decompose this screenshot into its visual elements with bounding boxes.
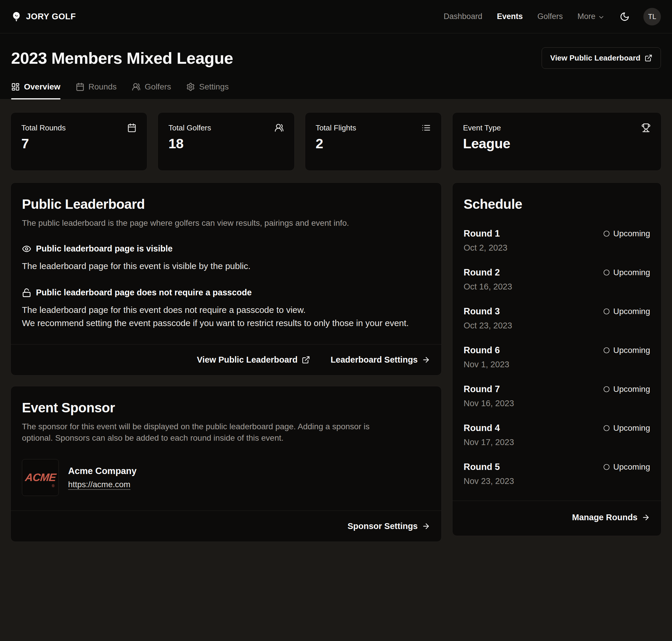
manage-rounds-link[interactable]: Manage Rounds	[572, 513, 650, 522]
round-name: Round 1	[464, 228, 507, 239]
sponsor-logo: ACME ®	[22, 459, 59, 496]
round-info: Round 3 Oct 23, 2023	[464, 306, 512, 330]
round-item: Round 5 Nov 23, 2023 Upcoming	[464, 462, 650, 486]
tab-rounds[interactable]: Rounds	[76, 82, 117, 99]
view-public-leaderboard-link-label: View Public Leaderboard	[197, 355, 297, 365]
round-status-label: Upcoming	[613, 462, 650, 472]
round-item: Round 2 Oct 16, 2023 Upcoming	[464, 267, 650, 291]
tab-settings-label: Settings	[199, 82, 228, 92]
round-status: Upcoming	[603, 346, 650, 355]
view-public-leaderboard-button[interactable]: View Public Leaderboard	[542, 47, 661, 69]
users-icon	[275, 123, 284, 133]
brand[interactable]: JORY GOLF	[11, 11, 76, 22]
round-date: Nov 1, 2023	[464, 360, 509, 369]
round-status: Upcoming	[603, 423, 650, 433]
round-status-label: Upcoming	[613, 384, 650, 394]
round-item: Round 6 Nov 1, 2023 Upcoming	[464, 345, 650, 369]
round-item: Round 4 Nov 17, 2023 Upcoming	[464, 423, 650, 447]
leaderboard-settings-link[interactable]: Leaderboard Settings	[331, 355, 430, 365]
round-name: Round 5	[464, 462, 514, 472]
round-name: Round 7	[464, 384, 514, 395]
header-zone: JORY GOLF Dashboard Events Golfers More …	[0, 0, 672, 99]
round-name: Round 6	[464, 345, 509, 356]
arrow-right-icon	[422, 522, 430, 530]
round-item: Round 7 Nov 16, 2023 Upcoming	[464, 384, 650, 408]
round-status-label: Upcoming	[613, 423, 650, 433]
eye-icon	[22, 244, 31, 254]
panel-subtitle: The public leaderboard is the page where…	[22, 217, 384, 229]
tab-golfers-label: Golfers	[145, 82, 171, 92]
sponsor-logo-reg-mark: ®	[52, 484, 54, 488]
stats-row: Total Rounds 7 Total Golfers 18	[11, 112, 442, 171]
round-date: Nov 16, 2023	[464, 399, 514, 408]
stat-label: Event Type	[463, 123, 501, 133]
stat-card-event-type: Event Type League	[452, 112, 661, 171]
public-leaderboard-panel: Public Leaderboard The public leaderboar…	[11, 182, 442, 376]
circle-status-icon	[603, 308, 610, 315]
nav-item-more-label: More	[577, 12, 596, 21]
stat-label: Total Golfers	[168, 123, 211, 133]
view-public-leaderboard-button-label: View Public Leaderboard	[550, 54, 641, 63]
sponsor-url-link[interactable]: https://acme.com	[68, 480, 130, 489]
tab-overview-label: Overview	[24, 82, 60, 92]
tab-settings[interactable]: Settings	[186, 82, 228, 99]
round-status: Upcoming	[603, 462, 650, 472]
sponsor-logo-text: ACME	[24, 472, 56, 484]
leaderboard-settings-link-label: Leaderboard Settings	[331, 355, 418, 365]
round-date: Nov 23, 2023	[464, 476, 514, 486]
round-date: Oct 16, 2023	[464, 282, 512, 291]
round-status-label: Upcoming	[613, 229, 650, 238]
round-status: Upcoming	[603, 229, 650, 238]
round-status: Upcoming	[603, 307, 650, 316]
round-info: Round 7 Nov 16, 2023	[464, 384, 514, 408]
right-column: Event Type League Schedule Round 1	[452, 112, 661, 536]
title-row: 2023 Members Mixed League View Public Le…	[0, 47, 672, 69]
panel-title: Event Sponsor	[22, 400, 430, 415]
dark-mode-toggle[interactable]	[618, 10, 631, 23]
left-column: Total Rounds 7 Total Golfers 18	[11, 112, 442, 542]
stat-card-total-golfers: Total Golfers 18	[157, 112, 294, 171]
round-info: Round 5 Nov 23, 2023	[464, 462, 514, 486]
chevron-down-icon	[598, 14, 605, 21]
round-info: Round 6 Nov 1, 2023	[464, 345, 509, 369]
nav-item-more[interactable]: More	[577, 12, 605, 21]
circle-status-icon	[603, 230, 610, 237]
round-status-label: Upcoming	[613, 346, 650, 355]
round-status-label: Upcoming	[613, 268, 650, 277]
tab-golfers[interactable]: Golfers	[132, 82, 171, 99]
feature-body: The leaderboard page for this event does…	[22, 303, 430, 330]
nav-item-events[interactable]: Events	[497, 12, 523, 21]
round-name: Round 4	[464, 423, 514, 433]
stat-value: 2	[316, 135, 431, 151]
round-info: Round 1 Oct 2, 2023	[464, 228, 507, 253]
nav-item-dashboard[interactable]: Dashboard	[444, 12, 482, 21]
content: Total Rounds 7 Total Golfers 18	[0, 99, 672, 542]
panel-title: Public Leaderboard	[22, 196, 430, 212]
tab-overview[interactable]: Overview	[11, 82, 60, 99]
nav-right: Dashboard Events Golfers More TL	[444, 8, 661, 25]
arrow-right-icon	[422, 356, 430, 364]
avatar[interactable]: TL	[643, 8, 661, 25]
round-info: Round 2 Oct 16, 2023	[464, 267, 512, 291]
list-icon	[421, 123, 431, 133]
manage-rounds-link-label: Manage Rounds	[572, 513, 638, 522]
sponsor-settings-link[interactable]: Sponsor Settings	[348, 521, 430, 531]
view-public-leaderboard-link[interactable]: View Public Leaderboard	[197, 355, 310, 365]
stat-label: Total Flights	[316, 123, 356, 133]
nav-item-golfers[interactable]: Golfers	[537, 12, 563, 21]
schedule-panel: Schedule Round 1 Oct 2, 2023 Upcoming Ro…	[452, 182, 661, 536]
round-item: Round 3 Oct 23, 2023 Upcoming	[464, 306, 650, 330]
tab-rounds-label: Rounds	[88, 82, 117, 92]
trophy-icon	[641, 123, 651, 133]
feature-passcode: Public leaderboard page does not require…	[11, 288, 442, 330]
feature-heading: Public leaderboard page does not require…	[36, 288, 252, 297]
brand-name: JORY GOLF	[26, 12, 76, 21]
top-navigation: JORY GOLF Dashboard Events Golfers More …	[0, 0, 672, 33]
dashboard-grid-icon	[11, 82, 20, 91]
stat-card-total-flights: Total Flights 2	[305, 112, 442, 171]
circle-status-icon	[603, 386, 610, 393]
calendar-icon	[76, 82, 84, 91]
gear-icon	[186, 82, 195, 91]
golf-ball-tee-icon	[11, 11, 22, 22]
calendar-icon	[127, 123, 137, 133]
